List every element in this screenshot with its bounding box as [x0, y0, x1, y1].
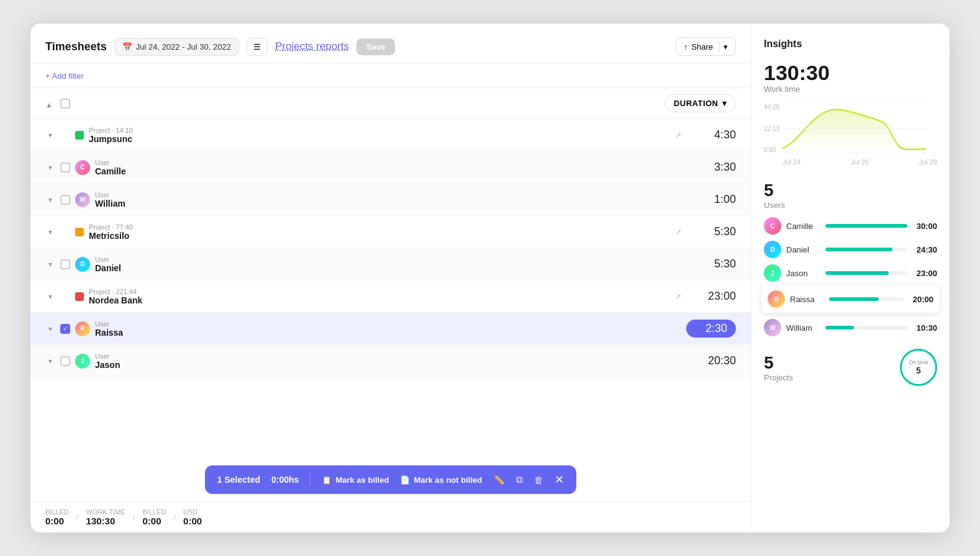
date-range-button[interactable]: 📅 Jul 24, 2022 - Jul 30, 2022	[114, 38, 239, 56]
chart-y-mid: 22:13	[764, 125, 779, 132]
insights-title: Insights	[764, 38, 937, 50]
row-value: 2:30	[686, 320, 736, 338]
mark-not-billed-button[interactable]: 📄 Mark as not billed	[400, 475, 482, 485]
footer-totals: BILLED 0:00 / WORK TIME 130:30 / BILLED …	[30, 501, 751, 532]
row-value: 5:30	[686, 225, 736, 238]
user-stat-bar-wrap	[825, 248, 907, 251]
table-container: ▾ Project · 14:10 Jumpsunc ↗ 4:30 ▾	[30, 119, 751, 458]
row-name: William	[95, 199, 125, 208]
on-time-label: On time	[909, 359, 928, 365]
user-stat-time: 20:00	[909, 295, 933, 304]
on-time-value: 5	[916, 365, 921, 375]
row-checkbox[interactable]	[60, 324, 70, 334]
work-time-label: Work time	[764, 84, 937, 94]
collapse-arrow[interactable]: ▾	[45, 357, 55, 365]
user-stat-name: Camille	[786, 222, 820, 231]
table-row: ▾ J User Jason 20:30	[30, 345, 751, 377]
avatar: C	[764, 217, 781, 235]
delete-icon-button[interactable]: 🗑	[534, 475, 543, 485]
collapse-arrow[interactable]: ▾	[45, 228, 55, 236]
avatar: D	[764, 241, 781, 258]
edit-icon-button[interactable]: ✏️	[493, 474, 505, 485]
report-title[interactable]: Projects reports	[275, 40, 349, 53]
duration-sort-button[interactable]: DURATION ▾	[665, 94, 736, 112]
collapse-arrow[interactable]: ▾	[45, 292, 55, 301]
row-checkbox[interactable]	[60, 259, 70, 269]
filter-icon-button[interactable]: ☰	[247, 38, 268, 56]
avatar: R	[75, 321, 90, 336]
row-name: Metricsilo	[89, 231, 133, 241]
external-link-icon[interactable]: ↗	[675, 292, 681, 301]
row-name: Jumpsunc	[89, 134, 133, 144]
table-row: ▾ Project · 221:44 Nordea Bank ↗ 23:00	[30, 280, 751, 313]
usd-value: 0:00	[183, 516, 202, 526]
row-value: 1:00	[686, 193, 736, 206]
close-action-button[interactable]: ✕	[555, 473, 564, 486]
chart-x-label-2: Jul 26	[851, 158, 869, 166]
duration-label: DURATION	[674, 99, 719, 108]
work-time-label: WORK TIME	[86, 508, 125, 516]
external-link-icon[interactable]: ↗	[675, 228, 681, 236]
table-row: ▾ C User Camille 3:30	[30, 151, 751, 184]
row-name: Camille	[95, 166, 126, 176]
billed-label: BILLED	[45, 508, 69, 516]
project-color-dot	[75, 292, 84, 301]
user-stat-bar	[825, 326, 854, 330]
row-meta: User	[95, 320, 123, 328]
collapse-arrow[interactable]: ▾	[45, 195, 55, 204]
collapse-arrow[interactable]: ▾	[45, 260, 55, 269]
user-stat-row: W William 10:30	[764, 319, 937, 336]
avatar: J	[764, 264, 781, 282]
billed-value: 0:00	[45, 516, 64, 526]
table-header: ▲ DURATION ▾	[30, 88, 751, 119]
sort-icon: ▾	[722, 99, 727, 108]
user-stat-bar	[825, 248, 892, 251]
collapse-arrow[interactable]: ▾	[45, 163, 55, 172]
user-stat-bar-wrap	[825, 271, 907, 275]
select-all-checkbox[interactable]	[60, 99, 80, 109]
avatar: J	[75, 354, 90, 369]
row-value: 23:00	[686, 290, 736, 303]
action-bar: 1 Selected 0:00hs 📋 Mark as billed 📄 Mar…	[30, 458, 751, 501]
save-button[interactable]: Save	[356, 38, 395, 55]
duplicate-icon-button[interactable]: ⧉	[516, 474, 523, 485]
user-stat-name: Jason	[786, 269, 820, 278]
row-meta: User	[95, 159, 126, 166]
user-stat-bar	[825, 271, 889, 275]
header-collapse[interactable]: ▲	[45, 99, 55, 109]
chart-y-max: 44:26	[764, 104, 779, 110]
share-button[interactable]: ↑ Share ▾	[676, 37, 736, 56]
user-stat-bar	[825, 224, 907, 228]
user-stat-bar-wrap	[829, 297, 904, 301]
table-row: ▾ W User William 1:00	[30, 184, 751, 216]
collapse-arrow[interactable]: ▾	[45, 325, 55, 333]
avatar: D	[75, 257, 90, 272]
mark-billed-button[interactable]: 📋 Mark as billed	[322, 475, 389, 485]
collapse-arrow[interactable]: ▾	[45, 131, 55, 140]
user-stat-bar	[829, 297, 879, 301]
user-stat-name: William	[786, 323, 820, 333]
projects-section: 5 Projects On time 5	[764, 349, 937, 386]
projects-count: 5	[764, 353, 793, 373]
work-time-value: 130:30	[86, 516, 116, 526]
table-row: ▾ Project · 14:10 Jumpsunc ↗ 4:30	[30, 119, 751, 151]
chart-y-min: 0:00	[764, 146, 779, 153]
action-bar-inner: 1 Selected 0:00hs 📋 Mark as billed 📄 Mar…	[205, 465, 576, 494]
row-checkbox[interactable]	[60, 195, 70, 205]
add-filter-button[interactable]: + Add filter	[45, 71, 84, 81]
external-link-icon[interactable]: ↗	[675, 131, 681, 140]
project-color-dot	[75, 228, 84, 236]
row-name: Raissa	[95, 328, 123, 338]
row-meta: User	[95, 352, 120, 360]
row-meta: Project · 77:40	[89, 223, 133, 231]
row-checkbox[interactable]	[60, 163, 70, 173]
user-stat-row: C Camille 30:00	[764, 217, 937, 235]
row-value: 20:30	[686, 354, 736, 367]
share-label: Share	[691, 42, 713, 52]
on-time-circle: On time 5	[900, 349, 937, 386]
user-stat-bar-wrap	[825, 326, 907, 330]
selected-count: 1 Selected	[217, 475, 260, 485]
row-name: Jason	[95, 360, 120, 370]
not-billed-icon: 📄	[400, 475, 410, 485]
row-checkbox[interactable]	[60, 356, 70, 366]
